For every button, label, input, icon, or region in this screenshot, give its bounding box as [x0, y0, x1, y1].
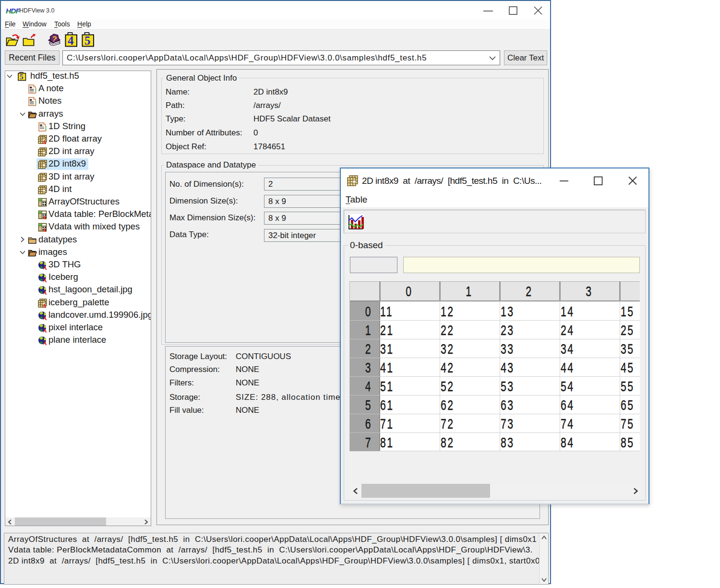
- svg-text:5: 5: [84, 34, 91, 47]
- svg-text:4: 4: [68, 34, 74, 47]
- svg-text:A: A: [42, 215, 47, 220]
- svg-text:A: A: [43, 315, 47, 321]
- svg-text:5: 5: [20, 73, 24, 81]
- svg-text:A: A: [43, 265, 47, 270]
- svg-text:A: A: [43, 277, 47, 283]
- svg-text:A: A: [43, 290, 47, 295]
- svg-text:A: A: [42, 139, 47, 144]
- svg-text:A: A: [42, 302, 47, 308]
- svg-text:A: A: [42, 227, 47, 232]
- svg-text:A: A: [43, 340, 47, 346]
- svg-text:A: A: [43, 328, 47, 333]
- svg-text:HDF: HDF: [6, 7, 20, 15]
